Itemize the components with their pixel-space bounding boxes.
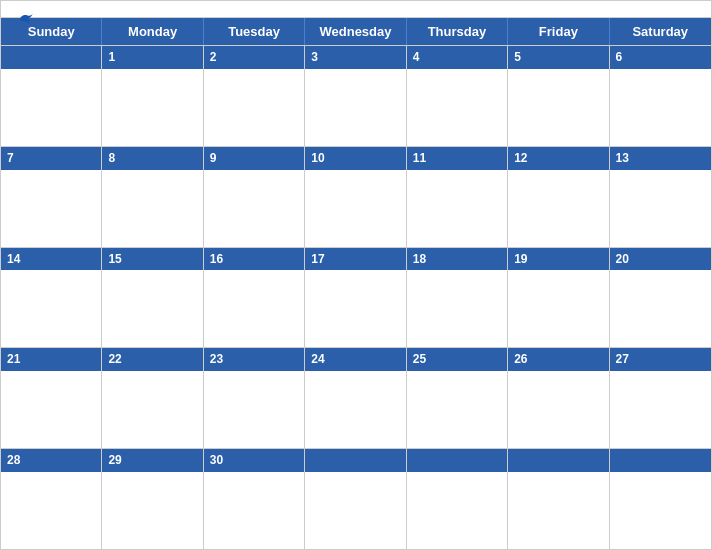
- week-row-2: 78910111213: [1, 146, 711, 247]
- day-cell-3-6: 27: [610, 348, 711, 448]
- day-cell-4-3: 0: [305, 449, 406, 549]
- day-cell-3-1: 22: [102, 348, 203, 448]
- day-number-26: 26: [508, 348, 608, 371]
- day-number-30: 30: [204, 449, 304, 472]
- week-row-1: 0123456: [1, 45, 711, 146]
- day-cell-4-0: 28: [1, 449, 102, 549]
- day-number-1: 1: [102, 46, 202, 69]
- day-cell-0-5: 5: [508, 46, 609, 146]
- day-cell-0-6: 6: [610, 46, 711, 146]
- day-cell-1-2: 9: [204, 147, 305, 247]
- day-cell-1-6: 13: [610, 147, 711, 247]
- day-cell-2-3: 17: [305, 248, 406, 348]
- header-tuesday: Tuesday: [204, 18, 305, 45]
- day-cell-4-6: 0: [610, 449, 711, 549]
- calendar: Sunday Monday Tuesday Wednesday Thursday…: [0, 0, 712, 550]
- day-cell-4-5: 0: [508, 449, 609, 549]
- day-number-28: 28: [1, 449, 101, 472]
- day-number-17: 17: [305, 248, 405, 271]
- day-cell-4-4: 0: [407, 449, 508, 549]
- day-cell-0-0: 0: [1, 46, 102, 146]
- header-monday: Monday: [102, 18, 203, 45]
- day-cell-2-2: 16: [204, 248, 305, 348]
- day-number-23: 23: [204, 348, 304, 371]
- day-cell-4-2: 30: [204, 449, 305, 549]
- calendar-header: [1, 1, 711, 17]
- day-cell-3-3: 24: [305, 348, 406, 448]
- day-cell-2-1: 15: [102, 248, 203, 348]
- day-cell-0-2: 2: [204, 46, 305, 146]
- day-number-4: 4: [407, 46, 507, 69]
- header-thursday: Thursday: [407, 18, 508, 45]
- day-cell-2-0: 14: [1, 248, 102, 348]
- day-cell-1-0: 7: [1, 147, 102, 247]
- day-number-9: 9: [204, 147, 304, 170]
- day-number-29: 29: [102, 449, 202, 472]
- logo: [17, 11, 39, 29]
- logo-bird-icon: [17, 11, 35, 29]
- day-number-18: 18: [407, 248, 507, 271]
- day-number-25: 25: [407, 348, 507, 371]
- day-cell-2-4: 18: [407, 248, 508, 348]
- day-number-16: 16: [204, 248, 304, 271]
- day-headers-row: Sunday Monday Tuesday Wednesday Thursday…: [1, 18, 711, 45]
- week-row-4: 21222324252627: [1, 347, 711, 448]
- day-cell-1-1: 8: [102, 147, 203, 247]
- day-number-5: 5: [508, 46, 608, 69]
- day-cell-1-4: 11: [407, 147, 508, 247]
- day-cell-4-1: 29: [102, 449, 203, 549]
- day-number-7: 7: [1, 147, 101, 170]
- day-cell-3-4: 25: [407, 348, 508, 448]
- week-row-5: 2829300000: [1, 448, 711, 549]
- day-number-11: 11: [407, 147, 507, 170]
- day-number-20: 20: [610, 248, 711, 271]
- day-cell-1-3: 10: [305, 147, 406, 247]
- week-row-3: 14151617181920: [1, 247, 711, 348]
- day-number-27: 27: [610, 348, 711, 371]
- calendar-grid: Sunday Monday Tuesday Wednesday Thursday…: [1, 17, 711, 549]
- day-number-8: 8: [102, 147, 202, 170]
- day-cell-2-6: 20: [610, 248, 711, 348]
- day-number-14: 14: [1, 248, 101, 271]
- day-number-2: 2: [204, 46, 304, 69]
- day-cell-3-2: 23: [204, 348, 305, 448]
- day-number-13: 13: [610, 147, 711, 170]
- day-number-19: 19: [508, 248, 608, 271]
- day-cell-0-4: 4: [407, 46, 508, 146]
- day-number-15: 15: [102, 248, 202, 271]
- weeks-container: 0123456789101112131415161718192021222324…: [1, 45, 711, 549]
- day-number-22: 22: [102, 348, 202, 371]
- day-cell-1-5: 12: [508, 147, 609, 247]
- header-wednesday: Wednesday: [305, 18, 406, 45]
- header-friday: Friday: [508, 18, 609, 45]
- day-number-3: 3: [305, 46, 405, 69]
- day-number-12: 12: [508, 147, 608, 170]
- day-number-24: 24: [305, 348, 405, 371]
- day-number-6: 6: [610, 46, 711, 69]
- header-saturday: Saturday: [610, 18, 711, 45]
- day-cell-3-0: 21: [1, 348, 102, 448]
- day-cell-0-1: 1: [102, 46, 203, 146]
- day-number-10: 10: [305, 147, 405, 170]
- day-number-21: 21: [1, 348, 101, 371]
- day-cell-2-5: 19: [508, 248, 609, 348]
- day-cell-0-3: 3: [305, 46, 406, 146]
- day-cell-3-5: 26: [508, 348, 609, 448]
